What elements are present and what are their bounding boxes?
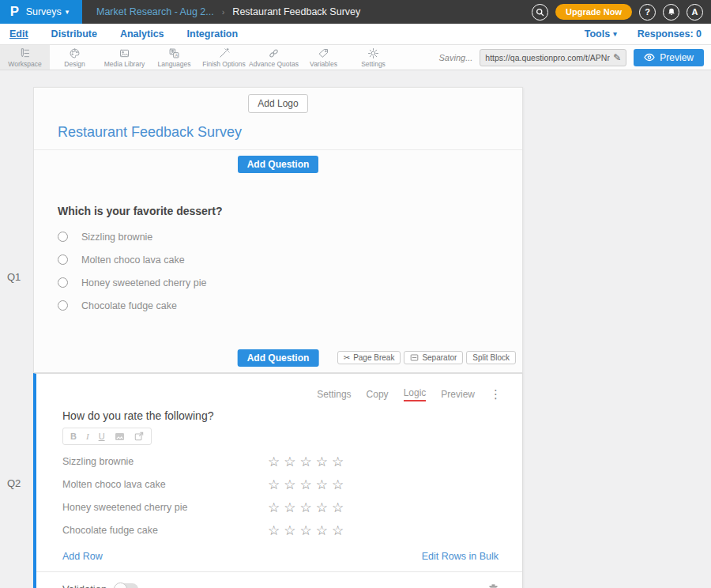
breadcrumb-parent[interactable]: Market Research - Aug 2... [96,6,214,17]
italic-button[interactable]: I [86,432,89,441]
help-button[interactable]: ? [639,4,656,21]
split-block-button[interactable]: Split Block [466,351,516,364]
add-question-button-bottom[interactable]: Add Question [238,349,319,367]
question-1-options: Sizzling brownie Molten choco lava cake … [58,232,498,311]
tab-distribute[interactable]: Distribute [51,28,97,40]
eye-icon [644,53,655,62]
star-rating[interactable]: ☆☆☆☆☆ [268,477,348,492]
bell-icon [667,7,676,17]
block-footer: Add Question ✂ Page Break Separator Spli… [34,354,522,372]
validation-label: Validation [62,583,107,588]
survey-editor-canvas: Q1 Q2 Add Logo Restaurant Feedback Surve… [0,70,711,588]
radio-button[interactable] [58,254,68,265]
notifications-button[interactable] [663,4,679,21]
option-row: Chocolate fudge cake [58,300,498,311]
rating-rows: Sizzling brownie ☆☆☆☆☆ Molten choco lava… [62,450,498,541]
saving-status: Saving... [439,53,473,62]
underline-button[interactable]: U [99,432,105,441]
row-actions: Add Row Edit Rows in Bulk [62,551,498,562]
breadcrumb: Market Research - Aug 2... › Restaurant … [82,0,360,24]
rating-row-label[interactable]: Molten choco lava cake [62,479,268,490]
star-rating[interactable]: ☆☆☆☆☆ [268,522,348,538]
tabbar-right: Tools ▾ Responses: 0 [585,28,702,40]
add-question-button-top[interactable]: Add Question [238,156,319,173]
validation-toggle[interactable] [115,583,138,588]
insert-link-button[interactable] [134,432,144,441]
toolbar-item-settings[interactable]: Settings [348,45,398,70]
radio-button[interactable] [58,300,68,311]
add-question-row-top: Add Question [34,150,522,179]
text-format-toolbar: B I U [62,428,152,445]
radio-button[interactable] [58,232,68,242]
kebab-menu-icon[interactable]: ⋮ [490,389,502,400]
question-2-menu: Settings Copy Logic Preview ⋮ [36,374,522,401]
option-label[interactable]: Sizzling brownie [81,232,152,243]
surveys-dropdown[interactable]: Surveys ▾ [26,6,70,17]
separator-button[interactable]: Separator [404,351,463,364]
tab-analytics[interactable]: Analytics [120,28,164,40]
bold-button[interactable]: B [70,432,77,441]
rating-row-label[interactable]: Sizzling brownie [62,456,268,467]
option-label[interactable]: Chocolate fudge cake [81,300,177,311]
workspace-icon [19,47,31,59]
option-row: Honey sweetened cherry pie [58,277,498,288]
question-number-q1: Q1 [7,271,21,283]
question-1[interactable]: Which is your favorite dessert? Sizzling… [34,179,522,354]
tools-dropdown-label: Tools [585,28,610,40]
search-button[interactable] [532,4,548,21]
image-icon [118,47,130,59]
account-avatar[interactable]: A [687,4,703,21]
star-rating[interactable]: ☆☆☆☆☆ [268,454,348,469]
toolbar-item-media-library[interactable]: Media Library [100,45,149,70]
toolbar-item-design[interactable]: Design [50,45,100,70]
rating-row-label[interactable]: Chocolate fudge cake [62,525,268,536]
rating-row: Honey sweetened cherry pie ☆☆☆☆☆ [62,496,498,518]
option-row: Molten choco lava cake [58,254,498,265]
toolbar-item-finish-options[interactable]: Finish Options [199,45,249,70]
option-label[interactable]: Molten choco lava cake [81,254,185,266]
tag-icon [318,47,329,59]
tab-bar: Edit Distribute Analytics Integration To… [0,24,711,45]
survey-title[interactable]: Restaurant Feedback Survey [58,124,498,141]
add-row-link[interactable]: Add Row [62,551,103,562]
question-logic-link[interactable]: Logic [404,387,427,401]
star-rating[interactable]: ☆☆☆☆☆ [268,499,348,515]
responses-count[interactable]: Responses: 0 [638,28,702,40]
edit-url-icon[interactable]: ✎ [613,52,621,63]
validation-row: Validation [36,571,522,588]
option-label[interactable]: Honey sweetened cherry pie [81,277,206,288]
rating-row-label[interactable]: Honey sweetened cherry pie [62,502,268,513]
insert-image-button[interactable] [115,432,125,441]
tab-edit[interactable]: Edit [9,28,28,40]
magic-wand-icon [218,47,230,59]
scissors-icon: ✂ [344,353,350,362]
radio-button[interactable] [58,277,68,288]
survey-block-2-selected: Settings Copy Logic Preview ⋮ How do you… [33,373,523,588]
question-copy-link[interactable]: Copy [367,389,389,400]
toolbar-item-languages[interactable]: A Languages [149,45,199,70]
survey-url-input[interactable] [485,53,610,62]
toolbar-right: Saving... ✎ Preview [439,45,711,70]
toolbar-item-workspace[interactable]: Workspace [0,45,50,70]
toolbar-item-variables[interactable]: Variables [299,45,348,70]
add-logo-button[interactable]: Add Logo [248,94,307,113]
question-preview-link[interactable]: Preview [441,389,475,400]
editor-toolbar: Workspace Design Media Library A Languag… [0,45,711,70]
question-settings-link[interactable]: Settings [317,389,351,400]
page-break-button[interactable]: ✂ Page Break [337,351,401,364]
preview-button[interactable]: Preview [634,49,704,66]
separator-icon [410,353,419,362]
upgrade-now-button[interactable]: Upgrade Now [555,4,632,20]
question-1-text[interactable]: Which is your favorite dessert? [58,205,498,217]
tab-integration[interactable]: Integration [187,28,239,40]
help-icon: ? [645,7,650,17]
delete-question-button[interactable] [488,583,498,588]
questionpro-logo: P [10,5,19,19]
edit-rows-in-bulk-link[interactable]: Edit Rows in Bulk [422,551,498,562]
rating-row: Sizzling brownie ☆☆☆☆☆ [62,450,498,473]
toolbar-item-advance-quotas[interactable]: Advance Quotas [249,45,299,70]
tools-dropdown[interactable]: Tools ▾ [585,28,617,40]
chevron-down-icon: ▾ [613,31,617,38]
chain-link-icon [268,47,280,59]
question-2-text[interactable]: How do you rate the following? [62,409,498,422]
